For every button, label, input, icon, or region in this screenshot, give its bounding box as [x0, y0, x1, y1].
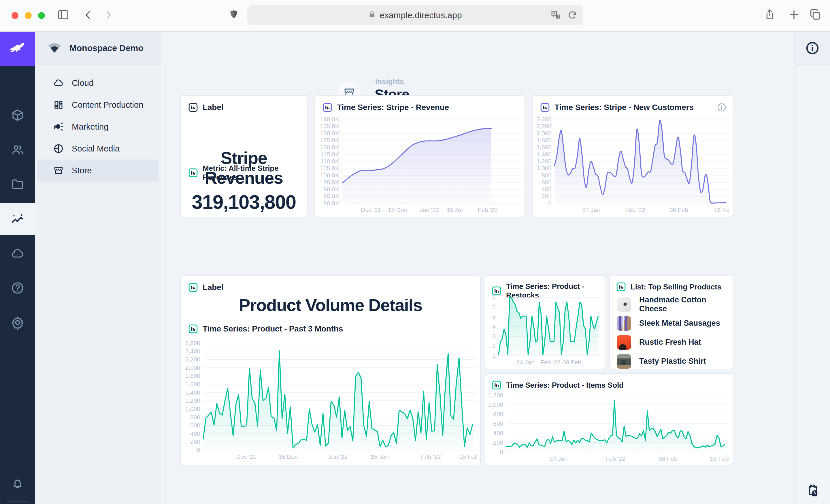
module-cloud[interactable]	[0, 238, 35, 269]
signal-wifi-icon	[47, 40, 62, 56]
sidebar-item-marketing[interactable]: Marketing	[37, 116, 159, 138]
svg-text:2,000: 2,000	[185, 364, 200, 371]
svg-text:400: 400	[493, 430, 503, 436]
metric-value: 319,103,800	[181, 191, 307, 213]
svg-text:1,000: 1,000	[536, 165, 552, 171]
directus-logo[interactable]	[0, 32, 35, 66]
svg-text:Feb '22: Feb '22	[421, 453, 441, 460]
pie-circle-icon	[53, 143, 64, 154]
svg-text:0: 0	[500, 449, 503, 455]
list-item[interactable]: Handmade Cotton Cheese	[617, 295, 726, 314]
panel-title: List: Top Selling Products	[631, 282, 721, 292]
svg-text:1,000: 1,000	[488, 401, 503, 408]
svg-text:800: 800	[542, 172, 552, 178]
module-settings[interactable]	[0, 307, 35, 338]
svg-text:Feb '22: Feb '22	[540, 359, 560, 366]
svg-text:1,000: 1,000	[185, 405, 200, 412]
translate-icon[interactable]: A文	[550, 9, 562, 23]
svg-text:Feb '22: Feb '22	[625, 206, 645, 213]
svg-text:135.0K: 135.0K	[320, 123, 339, 129]
tabs-overview-icon[interactable]	[809, 8, 822, 23]
module-bar-divider	[6, 501, 29, 502]
svg-text:90.0K: 90.0K	[323, 186, 339, 192]
activity-log-button[interactable]	[795, 477, 830, 504]
gear-icon	[10, 315, 25, 330]
forward-icon[interactable]	[103, 9, 114, 22]
list-item[interactable]: Rustic Fresh Hat	[617, 333, 726, 351]
svg-text:200: 200	[190, 438, 200, 445]
close-window-button[interactable]	[11, 12, 19, 19]
svg-text:1,400: 1,400	[536, 151, 552, 158]
minimize-window-button[interactable]	[25, 12, 32, 19]
address-bar[interactable]: example.directus.app A文	[247, 5, 583, 25]
fullscreen-window-button[interactable]	[38, 12, 45, 19]
svg-text:2,200: 2,200	[185, 356, 200, 363]
panel-title: Time Series: Product - Past 3 Months	[202, 324, 343, 334]
svg-text:文: 文	[557, 15, 560, 18]
product-thumbnail	[617, 316, 631, 331]
cube-icon	[11, 108, 25, 122]
share-icon[interactable]	[763, 8, 776, 23]
svg-text:16 Feb: 16 Feb	[714, 206, 730, 213]
breadcrumb[interactable]: Insights	[375, 77, 404, 86]
new-tab-icon[interactable]	[787, 8, 801, 23]
panel-product-volume[interactable]: Label Product Volume Details Time Series…	[180, 275, 481, 465]
panel-title: Label	[202, 283, 223, 292]
product-thumbnail	[617, 354, 631, 369]
sidebar-toggle-icon[interactable]	[57, 8, 70, 23]
svg-text:2,400: 2,400	[536, 116, 552, 123]
svg-text:5: 5	[492, 313, 496, 320]
panel-stripe-new-customers[interactable]: Time Series: Stripe - New Customers 0200…	[532, 95, 733, 217]
module-users[interactable]	[0, 134, 35, 166]
stripe-revenue-chart: 80.0K85.0K90.0K95.0K100.0K105.0K110.0K11…	[318, 116, 522, 214]
svg-text:85.0K: 85.0K	[323, 193, 339, 200]
reload-icon[interactable]	[567, 9, 578, 23]
svg-text:1: 1	[492, 352, 496, 359]
sidebar-item-cloud[interactable]: Cloud	[37, 72, 159, 94]
panel-header: Time Series: Product - Past 3 Months	[188, 324, 343, 334]
panel-header: Time Series: Product - Items Sold	[492, 380, 624, 390]
sidebar-item-social-media[interactable]: Social Media	[37, 138, 159, 160]
project-header[interactable]: Monospace Demo	[35, 32, 161, 65]
module-help[interactable]	[0, 272, 35, 304]
cloud-icon	[10, 246, 25, 261]
product-past-3-months-chart: 02004006008001,0001,2001,4001,6001,8002,…	[184, 340, 477, 461]
app-window: example.directus.app A文	[0, 0, 830, 504]
bell-icon	[11, 477, 25, 491]
panel-header: Time Series: Stripe - Revenue	[322, 103, 449, 112]
svg-text:125.0K: 125.0K	[320, 137, 339, 143]
panel-info-icon[interactable]	[717, 103, 727, 113]
notifications-button[interactable]	[0, 468, 35, 500]
list-item[interactable]: Sleek Metal Sausages	[617, 314, 726, 333]
megaphone-icon	[53, 121, 64, 132]
dashboard-grid-icon	[53, 100, 64, 110]
sidebar-item-content-production[interactable]: Content Production	[37, 94, 159, 116]
module-collections[interactable]	[0, 99, 35, 131]
panel-label-stripe[interactable]: Label Stripe Revenues Metric: All-time S…	[180, 95, 308, 217]
svg-text:A: A	[553, 11, 556, 15]
shield-icon[interactable]	[228, 9, 240, 22]
svg-text:2: 2	[492, 342, 496, 349]
svg-text:Jan '22: Jan '22	[420, 206, 439, 213]
svg-text:1,800: 1,800	[185, 372, 200, 379]
panel-header: Label	[188, 103, 223, 112]
panel-product-items-sold[interactable]: Time Series: Product - Items Sold 020040…	[485, 373, 733, 465]
svg-text:600: 600	[190, 422, 200, 429]
stripe-new-customers-chart: 02004006008001,0001,2001,4001,6001,8002,…	[536, 116, 730, 214]
list-item[interactable]: Tasty Plastic Shirt	[617, 351, 726, 371]
svg-text:400: 400	[542, 186, 552, 192]
panel-top-selling-products[interactable]: List: Top Selling Products Handmade Cott…	[609, 275, 733, 369]
panel-title: Time Series: Stripe - New Customers	[554, 103, 694, 112]
panel-type-icon	[188, 168, 198, 178]
cloud-icon	[53, 77, 64, 89]
panel-stripe-revenue[interactable]: Time Series: Stripe - Revenue 80.0K85.0K…	[314, 95, 525, 217]
module-files[interactable]	[0, 168, 35, 200]
svg-text:110.0K: 110.0K	[320, 158, 339, 164]
back-icon[interactable]	[83, 9, 94, 22]
sidebar-item-store[interactable]: Store	[37, 160, 159, 181]
svg-text:Feb '22: Feb '22	[478, 206, 498, 213]
panel-product-restocks[interactable]: Time Series: Product - Restocks 12345562…	[485, 275, 605, 369]
svg-text:15 Dec: 15 Dec	[388, 206, 407, 213]
module-insights-active[interactable]	[0, 203, 35, 235]
info-sidebar-button[interactable]	[795, 32, 830, 65]
